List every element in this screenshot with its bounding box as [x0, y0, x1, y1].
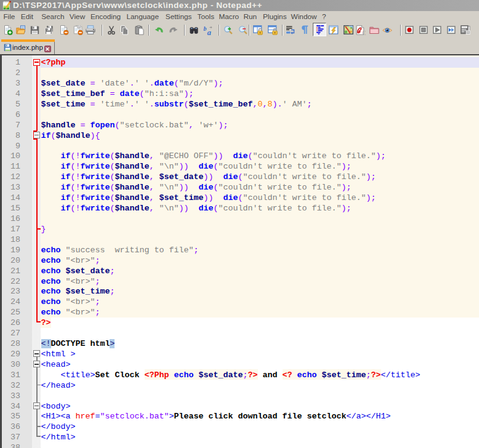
svg-text:a: a [207, 28, 211, 36]
svg-text:{}: {} [362, 30, 366, 35]
svg-text:b: b [203, 25, 206, 32]
